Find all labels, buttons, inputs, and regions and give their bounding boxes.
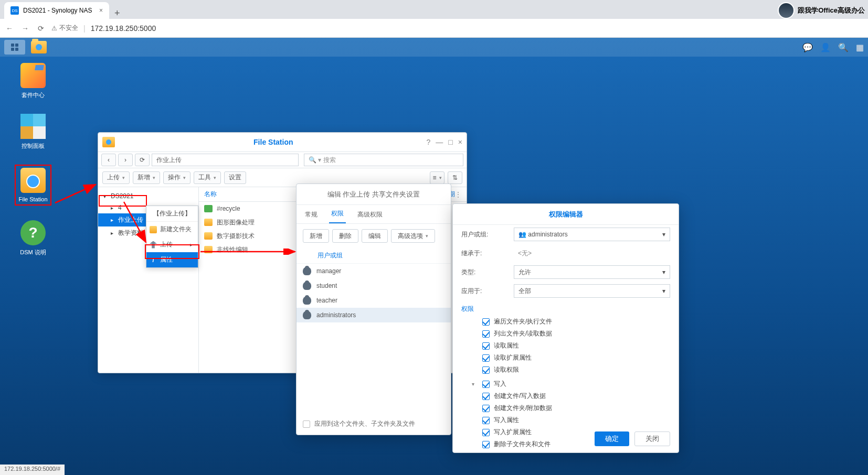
search-icon[interactable]: 🔍 <box>838 42 849 52</box>
dialog-footer: 应用到这个文件夹、子文件夹及文件 <box>303 419 444 428</box>
checkbox-icon[interactable] <box>482 330 490 338</box>
forward-button[interactable]: → <box>20 24 30 33</box>
widgets-icon[interactable]: ▦ <box>856 42 864 52</box>
perm-write-group[interactable]: ▾写入 <box>472 378 670 390</box>
checkbox-icon[interactable] <box>482 366 490 374</box>
operate-button[interactable]: 操作 <box>163 171 190 184</box>
path-input[interactable]: 作业上传 <box>152 154 299 166</box>
security-indicator[interactable]: ⚠ 不安全 <box>51 24 78 33</box>
user-select[interactable]: 👥 administrators▾ <box>514 228 670 241</box>
nav-back-button[interactable]: ‹ <box>101 154 116 166</box>
col-more[interactable]: ⋮ <box>455 191 461 198</box>
nav-forward-button[interactable]: › <box>118 154 133 166</box>
tab-general[interactable]: 常规 <box>303 206 320 223</box>
window-titlebar[interactable]: File Station ? — □ × <box>98 133 467 152</box>
close-tab-icon[interactable]: × <box>99 7 103 14</box>
tab-advanced[interactable]: 高级权限 <box>355 206 385 223</box>
perm-create-file[interactable]: 创建文件/写入数据 <box>472 390 670 402</box>
desktop-icon-package-center[interactable]: 套件中心 <box>15 63 51 99</box>
browser-tab[interactable]: DS DS2021 - Synology NAS × <box>4 2 109 19</box>
user-column-header[interactable]: 用户或组 <box>297 248 451 264</box>
address-bar: ← → ⟳ ⚠ 不安全 | 172.19.18.250:5000 <box>0 19 868 38</box>
help-icon[interactable]: ? <box>427 138 431 146</box>
checkbox-icon[interactable] <box>482 441 490 448</box>
perm-create-folder[interactable]: 创建文件夹/附加数据 <box>472 402 670 414</box>
tab-permissions[interactable]: 权限 <box>329 205 346 223</box>
view-mode-button[interactable]: ≡ <box>430 171 444 184</box>
folder-icon <box>31 41 47 53</box>
app-launcher-button[interactable] <box>4 40 25 55</box>
search-input[interactable]: 🔍 ▾ 搜索 <box>304 154 463 166</box>
sort-button[interactable]: ⇅ <box>448 171 462 184</box>
apply-recursive-checkbox[interactable] <box>303 420 310 428</box>
checkbox-icon[interactable] <box>482 354 490 362</box>
ctx-new-folder[interactable]: 新建文件夹 <box>146 222 198 237</box>
minimize-icon[interactable]: — <box>436 138 443 146</box>
user-row-selected[interactable]: administrators <box>297 308 451 322</box>
ok-button[interactable]: 确定 <box>595 431 629 446</box>
annotation-arrow <box>52 179 100 206</box>
search-placeholder: 搜索 <box>323 156 336 165</box>
perm-list[interactable]: 列出文件夹/读取数据 <box>472 328 670 340</box>
tree-root[interactable]: ▾DS2021 <box>98 190 198 202</box>
type-select[interactable]: 允许▾ <box>514 265 670 279</box>
maximize-icon[interactable]: □ <box>448 138 452 146</box>
permissions-header: 权限 <box>453 300 679 316</box>
perm-read-attr[interactable]: 读取属性 <box>472 340 670 352</box>
url-text[interactable]: 172.19.18.250:5000 <box>91 24 156 33</box>
warning-icon: ⚠ <box>51 25 57 32</box>
dialog-title: 权限编辑器 <box>453 204 679 225</box>
taskbar-filestation[interactable] <box>28 40 49 55</box>
ctx-properties[interactable]: 属性 <box>146 252 198 267</box>
settings-button[interactable]: 设置 <box>224 171 246 184</box>
reload-button[interactable]: ⟳ <box>36 24 46 33</box>
new-tab-button[interactable]: + <box>109 8 125 19</box>
advanced-options-button[interactable]: 高级选项 <box>391 229 435 243</box>
dsm-taskbar: 💬 👤 🔍 ▦ <box>0 38 868 57</box>
checkbox-icon[interactable] <box>482 381 490 388</box>
browser-tab-strip: DS DS2021 - Synology NAS × + 跟我学Office高级… <box>0 0 868 19</box>
perm-read-perm[interactable]: 读取权限 <box>472 364 670 376</box>
checkbox-icon[interactable] <box>482 429 490 436</box>
perm-browse[interactable]: 遍历文件夹/执行文件 <box>472 316 670 328</box>
browser-status-bar: 172.19.18.250:5000/# <box>0 465 65 475</box>
add-button[interactable]: 新增 <box>303 229 329 243</box>
info-icon <box>150 256 157 264</box>
edit-button[interactable]: 编辑 <box>362 229 388 243</box>
upload-icon <box>150 241 157 249</box>
desktop-icon-dsm-help[interactable]: ? DSM 说明 <box>15 220 51 256</box>
desktop-icon-control-panel[interactable]: 控制面板 <box>15 114 51 150</box>
perm-write-attr[interactable]: 写入属性 <box>472 414 670 426</box>
caret-down-icon[interactable]: ▾ <box>472 381 478 387</box>
folder-icon <box>150 226 157 233</box>
checkbox-icon[interactable] <box>482 342 490 350</box>
upload-button[interactable]: 上传 <box>102 171 130 184</box>
tool-button[interactable]: 工具 <box>194 171 221 184</box>
user-row[interactable]: student <box>297 278 451 293</box>
checkbox-icon[interactable] <box>482 417 490 424</box>
checkbox-icon[interactable] <box>482 393 490 400</box>
ctx-upload[interactable]: 上传▸ <box>146 237 198 252</box>
browser-profile[interactable]: 跟我学Office高级办公 <box>778 2 865 19</box>
favicon-icon: DS <box>10 6 19 15</box>
perm-read-ext[interactable]: 读取扩展属性 <box>472 352 670 364</box>
inherit-value: <无> <box>514 246 670 260</box>
nav-refresh-button[interactable]: ⟳ <box>135 154 150 166</box>
checkbox-icon[interactable] <box>482 405 490 412</box>
user-row[interactable]: teacher <box>297 293 451 308</box>
dialog-tabs: 常规 权限 高级权限 <box>297 205 451 224</box>
chat-icon[interactable]: 💬 <box>802 42 813 52</box>
user-icon[interactable]: 👤 <box>820 42 831 52</box>
desktop-icon-file-station[interactable]: File Station <box>15 165 51 206</box>
apply-select[interactable]: 全部▾ <box>514 284 670 298</box>
delete-button[interactable]: 删除 <box>332 229 358 243</box>
new-button[interactable]: 新增 <box>133 171 160 184</box>
back-button[interactable]: ← <box>4 24 15 33</box>
checkbox-icon[interactable] <box>482 318 490 326</box>
apply-recursive-label: 应用到这个文件夹、子文件夹及文件 <box>314 419 415 428</box>
close-icon[interactable]: × <box>458 138 462 146</box>
group-icon <box>303 311 311 319</box>
user-row[interactable]: manager <box>297 264 451 278</box>
cancel-button[interactable]: 关闭 <box>634 431 670 446</box>
chevron-right-icon: ▸ <box>190 242 193 247</box>
